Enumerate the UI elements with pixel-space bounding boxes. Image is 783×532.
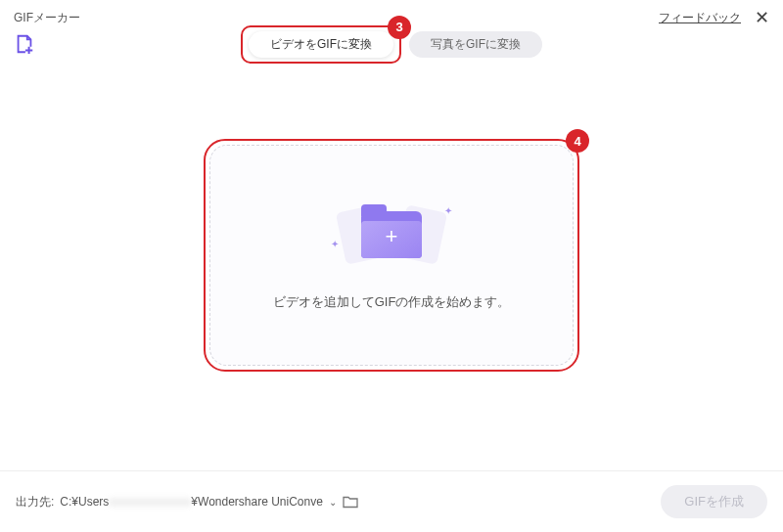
app-logo-icon <box>14 33 35 55</box>
add-folder-icon: ✦ ✦ + <box>333 200 450 270</box>
tab-photo-to-gif[interactable]: 写真をGIFに変換 <box>409 31 542 58</box>
create-gif-button[interactable]: GIFを作成 <box>661 485 767 518</box>
path-dropdown-icon[interactable]: ⌄ <box>329 497 337 508</box>
step-3-highlight: ビデオをGIFに変換 3 <box>241 25 401 64</box>
annotation-badge-3: 3 <box>388 16 411 39</box>
drop-zone-text: ビデオを追加してGIFの作成を始めます。 <box>273 293 511 311</box>
output-label: 出力先: <box>16 494 54 510</box>
drop-zone[interactable]: ✦ ✦ + ビデオを追加してGIFの作成を始めます。 <box>209 145 574 366</box>
tab-video-to-gif[interactable]: ビデオをGIFに変換 <box>249 31 393 58</box>
window-title: GIFメーカー <box>14 10 80 26</box>
output-path-field[interactable]: C:¥Usersxxxxxxxxxxxxxx¥Wondershare UniCo… <box>60 495 323 509</box>
feedback-link[interactable]: フィードバック <box>659 10 741 26</box>
browse-folder-button[interactable] <box>343 495 358 509</box>
annotation-badge-4: 4 <box>566 129 589 153</box>
step-4-highlight: 4 ✦ ✦ + ビデオを追加してGIFの作成を始めます。 <box>204 139 579 372</box>
close-button[interactable]: ✕ <box>755 9 769 26</box>
